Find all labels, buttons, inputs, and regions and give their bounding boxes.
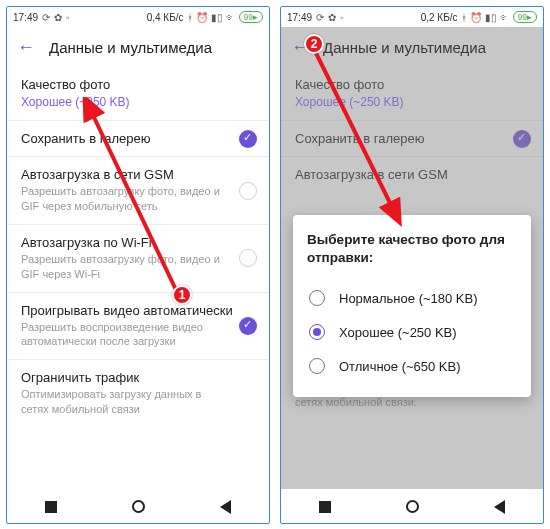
settings-list: Качество фото Хорошее (~250 KB) Сохранит… xyxy=(7,67,269,489)
gear-icon: ✿ xyxy=(328,12,336,23)
status-time: 17:49 xyxy=(287,12,312,23)
row-subtitle: Разрешить автозагрузку фото, видео и GIF… xyxy=(21,184,255,214)
bluetooth-icon: ᚼ xyxy=(461,12,467,23)
row-photo-quality[interactable]: Качество фото Хорошее (~250 KB) xyxy=(7,67,269,121)
signal-icon: ▮▯ xyxy=(211,12,223,23)
sync-icon: ⟳ xyxy=(316,12,324,23)
title-bar: ← Данные и мультимедиа xyxy=(7,27,269,67)
status-time: 17:49 xyxy=(13,12,38,23)
row-subtitle: Разрешить воспроизведение видео автомати… xyxy=(21,320,255,350)
toggle-on-icon xyxy=(513,130,531,148)
toggle-off-icon[interactable] xyxy=(239,249,257,267)
row-label: Проигрывать видео автоматически xyxy=(21,303,255,318)
option-label: Отличное (~650 KB) xyxy=(339,359,461,374)
row-label: Автозагрузка в сети GSM xyxy=(295,167,529,182)
annotation-badge-1: 1 xyxy=(172,285,192,305)
toggle-on-icon[interactable] xyxy=(239,130,257,148)
row-label: Ограничить трафик xyxy=(21,370,255,385)
signal-icon: ▮▯ xyxy=(485,12,497,23)
row-label: Автозагрузка в сети GSM xyxy=(21,167,255,182)
row-label: Автозагрузка по Wi-Fi xyxy=(21,235,255,250)
battery-icon: 99▸ xyxy=(513,11,537,23)
alarm-icon: ⏰ xyxy=(196,12,208,23)
dialog-option-normal[interactable]: Нормальное (~180 KB) xyxy=(307,281,517,315)
row-save-gallery: Сохранить в галерею xyxy=(281,121,543,157)
row-label: Качество фото xyxy=(21,77,255,92)
row-label: Сохранить в галерею xyxy=(21,131,255,146)
row-label: Качество фото xyxy=(295,77,529,92)
page-title: Данные и мультимедиа xyxy=(323,39,486,56)
row-auto-wifi[interactable]: Автозагрузка по Wi-Fi Разрешить автозагр… xyxy=(7,225,269,293)
wifi-icon: ᯤ xyxy=(500,12,510,23)
dialog-option-good[interactable]: Хорошее (~250 KB) xyxy=(307,315,517,349)
toggle-off-icon[interactable] xyxy=(239,182,257,200)
page-title: Данные и мультимедиа xyxy=(49,39,212,56)
row-save-gallery[interactable]: Сохранить в галерею xyxy=(7,121,269,157)
status-data-rate: 0,4 КБ/с xyxy=(147,12,184,23)
row-label: Сохранить в галерею xyxy=(295,131,529,146)
dialog-option-excellent[interactable]: Отличное (~650 KB) xyxy=(307,349,517,383)
status-data-rate: 0,2 КБ/с xyxy=(421,12,458,23)
nav-home-icon[interactable] xyxy=(406,500,419,513)
option-label: Нормальное (~180 KB) xyxy=(339,291,478,306)
wifi-icon: ᯤ xyxy=(226,12,236,23)
nav-bar xyxy=(7,489,269,523)
phone-left: 17:49 ⟳ ✿ ◦ 0,4 КБ/с ᚼ ⏰ ▮▯ ᯤ 99▸ ← Данн… xyxy=(6,6,270,524)
nav-back-icon[interactable] xyxy=(220,500,231,514)
back-arrow-icon[interactable]: ← xyxy=(17,38,35,56)
radio-selected-icon[interactable] xyxy=(309,324,325,340)
nav-home-icon[interactable] xyxy=(132,500,145,513)
alarm-icon: ⏰ xyxy=(470,12,482,23)
option-label: Хорошее (~250 KB) xyxy=(339,325,457,340)
app-icon: ◦ xyxy=(66,12,70,23)
status-bar: 17:49 ⟳ ✿ ◦ 0,2 КБ/с ᚼ ⏰ ▮▯ ᯤ 99▸ xyxy=(281,7,543,27)
row-value: Хорошее (~250 KB) xyxy=(295,94,529,110)
row-limit-traffic[interactable]: Ограничить трафик Оптимизировать загрузк… xyxy=(7,360,269,427)
row-subtitle: Разрешить автозагрузку фото, видео и GIF… xyxy=(21,252,255,282)
row-auto-gsm: Автозагрузка в сети GSM xyxy=(281,157,543,192)
row-autoplay[interactable]: Проигрывать видео автоматически Разрешит… xyxy=(7,293,269,361)
nav-bar xyxy=(281,489,543,523)
radio-icon[interactable] xyxy=(309,290,325,306)
dialog-title: Выберите качество фото для отправки: xyxy=(307,231,517,267)
nav-back-icon[interactable] xyxy=(494,500,505,514)
battery-icon: 99▸ xyxy=(239,11,263,23)
row-photo-quality: Качество фото Хорошее (~250 KB) xyxy=(281,67,543,121)
gear-icon: ✿ xyxy=(54,12,62,23)
phone-right: 17:49 ⟳ ✿ ◦ 0,2 КБ/с ᚼ ⏰ ▮▯ ᯤ 99▸ ← Данн… xyxy=(280,6,544,524)
photo-quality-dialog: Выберите качество фото для отправки: Нор… xyxy=(293,215,531,397)
row-auto-gsm[interactable]: Автозагрузка в сети GSM Разрешить автоза… xyxy=(7,157,269,225)
status-bar: 17:49 ⟳ ✿ ◦ 0,4 КБ/с ᚼ ⏰ ▮▯ ᯤ 99▸ xyxy=(7,7,269,27)
annotation-arrow-2 xyxy=(301,37,421,227)
toggle-on-icon[interactable] xyxy=(239,317,257,335)
annotation-badge-2: 2 xyxy=(304,34,324,54)
bluetooth-icon: ᚼ xyxy=(187,12,193,23)
nav-recent-icon[interactable] xyxy=(45,501,57,513)
nav-recent-icon[interactable] xyxy=(319,501,331,513)
row-value: Хорошее (~250 KB) xyxy=(21,94,255,110)
radio-icon[interactable] xyxy=(309,358,325,374)
sync-icon: ⟳ xyxy=(42,12,50,23)
svg-line-1 xyxy=(315,51,393,209)
app-icon: ◦ xyxy=(340,12,344,23)
row-subtitle: Оптимизировать загрузку данных в сетях м… xyxy=(21,387,255,417)
